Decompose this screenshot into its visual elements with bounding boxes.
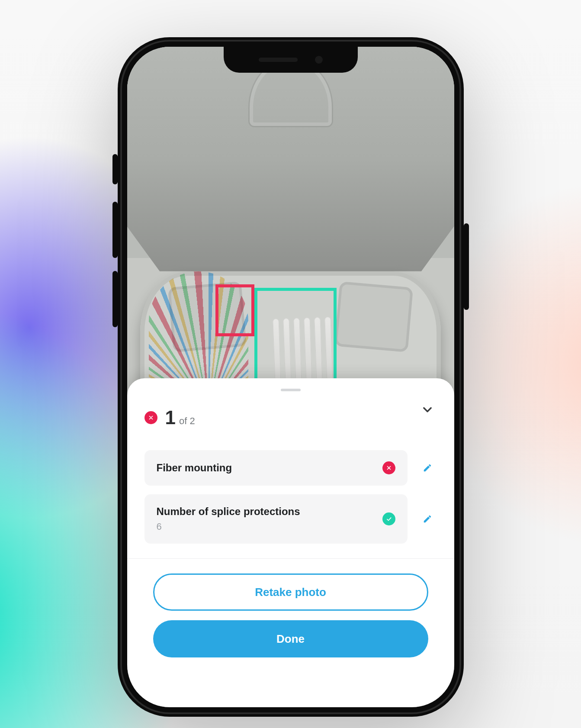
- phone-screen: 1 of 2 Fiber mounting: [127, 47, 454, 707]
- edit-button[interactable]: [418, 458, 437, 477]
- phone-volume-up: [112, 202, 118, 258]
- phone-front-camera: [315, 56, 323, 64]
- retake-photo-button[interactable]: Retake photo: [153, 573, 428, 611]
- pencil-icon: [423, 514, 432, 524]
- result-items: Fiber mounting: [127, 441, 454, 544]
- results-sheet: 1 of 2 Fiber mounting: [127, 378, 454, 707]
- status-ok-icon: [382, 512, 395, 525]
- result-value: 6: [157, 521, 382, 532]
- phone-side-button: [112, 154, 118, 184]
- done-label: Done: [276, 632, 305, 646]
- result-card-splice-count[interactable]: Number of splice protections 6: [144, 494, 408, 544]
- phone-mockup: 1 of 2 Fiber mounting: [118, 11, 464, 717]
- overall-status-error-icon: [144, 411, 157, 424]
- counter-total: of 2: [179, 416, 195, 427]
- result-item: Fiber mounting: [144, 450, 437, 486]
- phone-speaker: [259, 58, 298, 62]
- collapse-sheet-button[interactable]: [419, 401, 436, 418]
- done-button[interactable]: Done: [153, 620, 428, 657]
- photo-enclosure-lid: [127, 47, 454, 271]
- result-title: Number of splice protections: [157, 506, 382, 518]
- phone-volume-down: [112, 271, 118, 327]
- detection-box-ok: [254, 288, 337, 387]
- result-item: Number of splice protections 6: [144, 494, 437, 544]
- action-buttons: Retake photo Done: [127, 559, 454, 657]
- phone-notch: [224, 47, 358, 73]
- retake-photo-label: Retake photo: [255, 586, 326, 599]
- phone-frame: 1 of 2 Fiber mounting: [118, 37, 464, 717]
- pencil-icon: [423, 463, 432, 473]
- result-title: Fiber mounting: [157, 462, 382, 474]
- chevron-down-icon: [421, 403, 433, 416]
- counter-current: 1: [165, 407, 176, 428]
- sheet-drag-handle[interactable]: [281, 389, 301, 391]
- sheet-header: 1 of 2: [127, 401, 454, 441]
- edit-button[interactable]: [418, 509, 437, 528]
- status-error-icon: [382, 461, 395, 474]
- phone-power-button: [464, 223, 469, 310]
- issue-counter: 1 of 2: [165, 407, 195, 428]
- detection-box-error: [215, 284, 254, 336]
- photo-spool: [334, 281, 413, 352]
- result-card-fiber-mounting[interactable]: Fiber mounting: [144, 450, 408, 486]
